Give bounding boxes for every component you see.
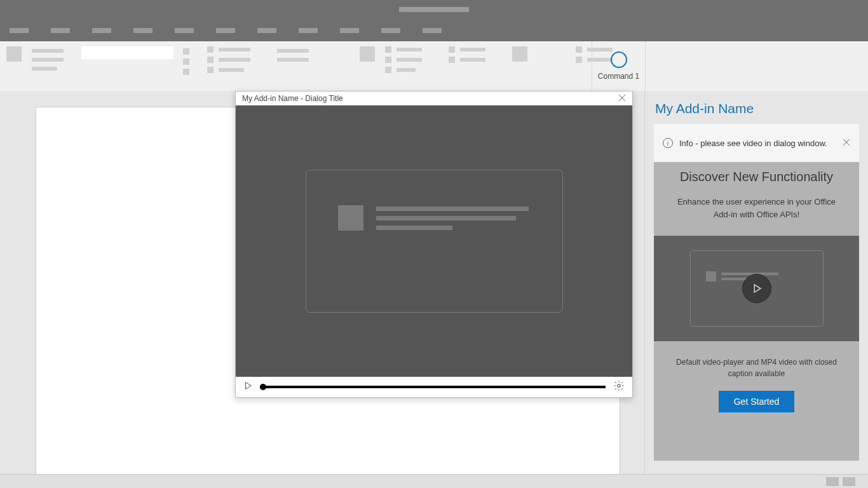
dialog-title: My Add-in Name - Dialog Title bbox=[242, 94, 343, 103]
taskpane-info-text: Info - please see video in dialog window… bbox=[679, 139, 836, 148]
statusbar-view-button[interactable] bbox=[826, 477, 839, 486]
ribbon-placeholder[interactable] bbox=[576, 57, 582, 63]
ribbon-placeholder[interactable] bbox=[32, 67, 57, 71]
ribbon-placeholder[interactable] bbox=[397, 68, 416, 72]
command1-icon bbox=[611, 51, 627, 68]
taskpane-heading: Discover New Functionality bbox=[654, 170, 859, 184]
ribbon-placeholder[interactable] bbox=[397, 48, 422, 51]
play-icon bbox=[751, 283, 763, 294]
svg-point-0 bbox=[618, 384, 621, 388]
taskpane: My Add-in Name i Info - please see video… bbox=[644, 91, 868, 474]
tab-placeholder[interactable] bbox=[10, 28, 29, 33]
tab-placeholder[interactable] bbox=[257, 28, 276, 33]
video-placeholder-square bbox=[706, 271, 716, 281]
ribbon-placeholder[interactable] bbox=[183, 69, 189, 75]
ribbon: Command 1 bbox=[0, 41, 868, 91]
taskpane-title: My Add-in Name bbox=[645, 91, 868, 124]
ribbon-input-placeholder[interactable] bbox=[81, 46, 173, 59]
taskpane-description: Enhance the user experience in your Offi… bbox=[672, 196, 841, 220]
tab-placeholder[interactable] bbox=[216, 28, 235, 33]
ribbon-tabs bbox=[0, 19, 868, 41]
play-button[interactable] bbox=[742, 274, 771, 303]
titlebar-placeholder bbox=[399, 7, 469, 12]
video-placeholder-line bbox=[376, 226, 452, 230]
tab-placeholder[interactable] bbox=[92, 28, 111, 33]
ribbon-placeholder[interactable] bbox=[6, 46, 22, 62]
close-icon bbox=[618, 94, 626, 102]
taskpane-body: i Info - please see video in dialog wind… bbox=[654, 124, 859, 461]
tab-placeholder[interactable] bbox=[133, 28, 153, 33]
statusbar-view-button[interactable] bbox=[843, 477, 855, 486]
ribbon-placeholder[interactable] bbox=[219, 48, 250, 51]
ribbon-placeholder[interactable] bbox=[576, 46, 582, 53]
ribbon-placeholder[interactable] bbox=[277, 58, 309, 62]
ribbon-placeholder[interactable] bbox=[32, 49, 64, 53]
dialog-close-button[interactable] bbox=[618, 93, 626, 104]
ribbon-placeholder[interactable] bbox=[460, 48, 485, 51]
ribbon-placeholder[interactable] bbox=[207, 67, 214, 73]
command1-label: Command 1 bbox=[598, 72, 639, 81]
ribbon-placeholder[interactable] bbox=[385, 57, 391, 63]
app-titlebar bbox=[0, 0, 868, 19]
dialog-settings-button[interactable] bbox=[613, 380, 625, 394]
taskpane-info-bar: i Info - please see video in dialog wind… bbox=[654, 124, 859, 162]
ribbon-placeholder[interactable] bbox=[277, 49, 309, 53]
ribbon-placeholder[interactable] bbox=[449, 57, 455, 63]
tab-placeholder[interactable] bbox=[423, 28, 442, 33]
ribbon-placeholder[interactable] bbox=[360, 46, 375, 62]
video-dialog: My Add-in Name - Dialog Title bbox=[235, 91, 633, 398]
ribbon-placeholder[interactable] bbox=[183, 58, 189, 65]
ribbon-placeholder[interactable] bbox=[512, 46, 527, 62]
info-icon: i bbox=[663, 138, 673, 148]
ribbon-placeholder[interactable] bbox=[32, 58, 64, 62]
ribbon-placeholder[interactable] bbox=[397, 58, 422, 62]
video-placeholder-line bbox=[376, 207, 529, 211]
taskpane-video-thumbnail[interactable] bbox=[654, 236, 859, 341]
dialog-play-button[interactable] bbox=[243, 381, 252, 393]
dialog-video-controls bbox=[236, 377, 632, 397]
tab-placeholder[interactable] bbox=[340, 28, 359, 33]
tab-placeholder[interactable] bbox=[299, 28, 318, 33]
tab-placeholder[interactable] bbox=[51, 28, 70, 33]
ribbon-placeholder[interactable] bbox=[449, 46, 455, 53]
ribbon-placeholder[interactable] bbox=[183, 48, 189, 55]
video-placeholder-square bbox=[338, 205, 363, 231]
video-placeholder-line bbox=[376, 216, 516, 220]
play-icon bbox=[243, 381, 252, 390]
ribbon-placeholder[interactable] bbox=[385, 46, 391, 53]
dialog-video-frame bbox=[306, 170, 563, 313]
taskpane-info-close-button[interactable] bbox=[843, 138, 850, 148]
dialog-video-area[interactable] bbox=[236, 105, 632, 377]
ribbon-placeholder[interactable] bbox=[207, 57, 214, 63]
ribbon-placeholder[interactable] bbox=[207, 46, 214, 53]
tab-placeholder[interactable] bbox=[381, 28, 400, 33]
dialog-header: My Add-in Name - Dialog Title bbox=[236, 92, 632, 105]
ribbon-placeholder[interactable] bbox=[460, 58, 485, 62]
tab-placeholder[interactable] bbox=[175, 28, 194, 33]
dialog-progress-bar[interactable] bbox=[260, 386, 606, 388]
taskpane-caption: Default video-player and MP4 video with … bbox=[673, 356, 840, 379]
get-started-button[interactable]: Get Started bbox=[719, 391, 795, 412]
ribbon-command1-group[interactable]: Command 1 bbox=[592, 41, 646, 91]
ribbon-placeholder[interactable] bbox=[219, 68, 244, 72]
ribbon-placeholder[interactable] bbox=[219, 58, 250, 62]
ribbon-placeholder[interactable] bbox=[385, 67, 391, 73]
statusbar bbox=[0, 474, 868, 488]
gear-icon bbox=[613, 380, 625, 391]
